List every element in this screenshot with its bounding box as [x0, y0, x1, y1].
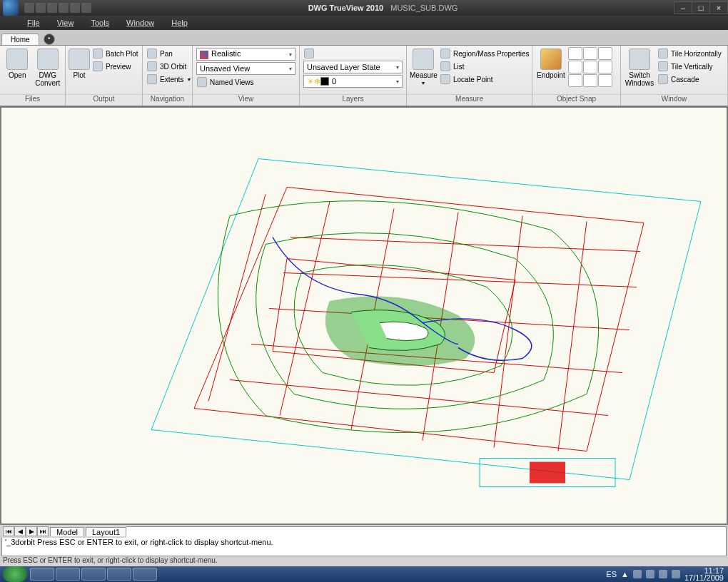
tray-icon-2[interactable]: [646, 570, 654, 578]
layout-tabs: ⏮ ◀ ▶ ⏭ Model Layout1: [0, 525, 126, 538]
tab-next-button[interactable]: ▶: [26, 526, 37, 536]
svg-line-12: [558, 222, 587, 451]
svg-line-8: [280, 202, 330, 416]
panel-measure: Measure▾ Region/Mass Properties List Loc…: [407, 46, 532, 106]
locate-icon: [440, 74, 450, 84]
menu-tools[interactable]: Tools: [82, 19, 118, 27]
taskbar-ie-icon[interactable]: [30, 568, 54, 581]
svg-rect-15: [530, 462, 565, 484]
panel-layers: Unsaved Layer State▾ ☀❄0▾ Layers: [300, 46, 407, 106]
visual-style-combo[interactable]: Realistic▾: [196, 48, 295, 61]
osnap-8-button[interactable]: [583, 74, 597, 87]
list-button[interactable]: List: [439, 60, 531, 73]
pan-icon: [147, 48, 157, 58]
view-name-combo[interactable]: Unsaved View▾: [196, 62, 295, 75]
open-button[interactable]: Open: [3, 47, 32, 81]
batch-plot-button[interactable]: Batch Plot: [91, 47, 140, 60]
osnap-5-button[interactable]: [583, 61, 597, 73]
qat-save-icon[interactable]: [47, 3, 57, 13]
taskbar-explorer-icon[interactable]: [56, 568, 80, 581]
drawing-canvas[interactable]: [1, 108, 727, 524]
qat-plot-icon[interactable]: [59, 3, 69, 13]
tab-close-icon[interactable]: •: [44, 34, 55, 45]
plot-button[interactable]: Plot: [69, 47, 90, 81]
tile-v-button[interactable]: Tile Vertically: [657, 60, 723, 73]
tile-v-icon: [658, 61, 668, 71]
tray-up-icon[interactable]: ▲: [621, 570, 629, 578]
tab-first-button[interactable]: ⏮: [3, 526, 14, 536]
layer-state-combo[interactable]: Unsaved Layer State▾: [303, 61, 403, 73]
close-button[interactable]: ×: [709, 1, 728, 14]
tray-icon-1[interactable]: [633, 570, 642, 578]
endpoint-button[interactable]: Endpoint: [535, 47, 567, 81]
pan-button[interactable]: Pan: [146, 47, 192, 60]
tab-home[interactable]: Home: [1, 34, 39, 45]
measure-button[interactable]: Measure▾: [410, 47, 438, 88]
tab-layout1[interactable]: Layout1: [86, 527, 126, 536]
osnap-9-button[interactable]: [598, 74, 612, 87]
named-views-button[interactable]: Named Views: [196, 76, 296, 88]
switch-windows-button[interactable]: Switch Windows: [624, 47, 655, 88]
tray-lang[interactable]: ES: [606, 570, 617, 578]
qat-redo-icon[interactable]: [81, 3, 91, 13]
status-bar: Press ESC or ENTER to exit, or right-cli…: [0, 556, 728, 566]
osnap-6-button[interactable]: [598, 61, 612, 73]
region-icon: [440, 48, 450, 58]
panel-label: Layers: [300, 94, 406, 106]
osnap-3-button[interactable]: [598, 47, 612, 60]
qat-new-icon[interactable]: [24, 3, 34, 13]
preview-icon: [93, 61, 103, 71]
start-button[interactable]: [3, 566, 27, 582]
taskbar-app2-icon[interactable]: [107, 568, 131, 581]
drawing-svg: [1, 108, 727, 524]
windows-taskbar: ES ▲ 11:17 17/11/2009: [0, 566, 728, 582]
qat-undo-icon[interactable]: [70, 3, 80, 13]
cascade-button[interactable]: Cascade: [657, 73, 723, 86]
panel-label: Navigation: [143, 94, 192, 106]
taskbar-trueview-icon[interactable]: [133, 568, 157, 581]
locate-point-button[interactable]: Locate Point: [439, 73, 531, 86]
panel-navigation: Pan 3D Orbit Extents▾ Navigation: [143, 46, 193, 106]
osnap-4-button[interactable]: [568, 61, 582, 73]
osnap-2-button[interactable]: [583, 47, 597, 60]
extents-button[interactable]: Extents▾: [146, 73, 192, 86]
layer-props-button[interactable]: [303, 47, 403, 60]
maximize-button[interactable]: □: [692, 1, 710, 14]
panel-label: Output: [66, 94, 142, 106]
app-logo-icon[interactable]: [3, 0, 19, 16]
menu-help[interactable]: Help: [163, 19, 196, 27]
tab-model[interactable]: Model: [50, 527, 84, 536]
panel-label: View: [193, 94, 299, 106]
layer-combo[interactable]: ☀❄0▾: [303, 75, 403, 88]
taskbar-app1-icon[interactable]: [81, 568, 106, 581]
ribbon: Open DWG Convert Files Plot Batch Plot P…: [0, 46, 728, 106]
osnap-7-button[interactable]: [568, 74, 582, 87]
system-tray: ES ▲ 11:17 17/11/2009: [606, 567, 728, 581]
title-bar: DWG TrueView 2010MUSIC_SUB.DWG – □ ×: [0, 0, 728, 16]
qat-open-icon[interactable]: [36, 3, 46, 13]
tab-last-button[interactable]: ⏭: [37, 526, 49, 536]
minimize-button[interactable]: –: [674, 1, 692, 14]
dwg-convert-button[interactable]: DWG Convert: [34, 47, 63, 88]
tray-volume-icon[interactable]: [672, 570, 680, 578]
quick-access-toolbar: [24, 3, 91, 13]
tile-h-button[interactable]: Tile Horizontally: [657, 47, 723, 60]
orbit-icon: [147, 61, 157, 71]
tab-prev-button[interactable]: ◀: [14, 526, 26, 536]
preview-button[interactable]: Preview: [91, 60, 140, 73]
orbit-button[interactable]: 3D Orbit: [146, 60, 192, 73]
extents-icon: [147, 74, 157, 84]
panel-label: Object Snap: [532, 94, 620, 106]
ribbon-tab-strip: Home •: [0, 30, 728, 46]
menu-file[interactable]: File: [19, 19, 49, 27]
panel-osnap: Endpoint Object Snap: [532, 46, 621, 106]
menu-window[interactable]: Window: [118, 19, 163, 27]
named-views-icon: [197, 77, 207, 87]
tray-icon-3[interactable]: [659, 570, 667, 578]
menu-view[interactable]: View: [49, 19, 83, 27]
osnap-1-button[interactable]: [568, 47, 582, 60]
panel-label: Files: [0, 94, 65, 106]
region-button[interactable]: Region/Mass Properties: [439, 47, 531, 60]
svg-line-7: [208, 195, 266, 402]
measure-icon: [413, 48, 434, 70]
